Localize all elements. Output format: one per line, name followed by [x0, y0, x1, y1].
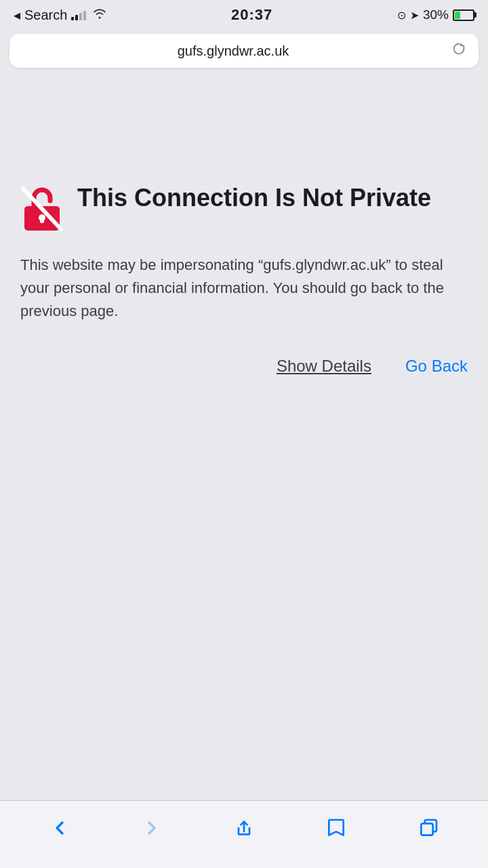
status-back-label: Search: [24, 7, 67, 23]
compass-icon: ⊙: [397, 9, 406, 22]
signal-icon: [71, 9, 86, 20]
wifi-icon: [93, 8, 106, 22]
url-bar-container: gufs.glyndwr.ac.uk: [0, 30, 488, 75]
error-header: This Connection Is Not Private: [20, 183, 468, 229]
back-arrow-icon: ◂: [14, 7, 20, 23]
back-button[interactable]: [39, 808, 80, 848]
broken-lock-icon: [20, 186, 64, 229]
forward-button[interactable]: [131, 808, 172, 848]
status-bar: ◂ Search 20:37 ⊙ ➤ 30%: [0, 0, 488, 30]
status-time: 20:37: [231, 6, 272, 24]
battery-fill: [455, 12, 460, 19]
tabs-button[interactable]: [408, 808, 449, 848]
error-body: This website may be impersonating “gufs.…: [20, 254, 468, 323]
svg-rect-5: [421, 823, 432, 835]
location-icon: ➤: [410, 9, 419, 22]
actions-row: Show Details Go Back: [20, 357, 468, 376]
battery-icon: [453, 9, 474, 21]
go-back-button[interactable]: Go Back: [405, 357, 468, 376]
show-details-button[interactable]: Show Details: [277, 357, 371, 376]
status-right: ⊙ ➤ 30%: [397, 7, 474, 22]
reload-button[interactable]: [451, 41, 466, 60]
bookmarks-button[interactable]: [316, 808, 357, 848]
url-text: gufs.glyndwr.ac.uk: [22, 43, 445, 59]
svg-rect-3: [40, 218, 44, 223]
share-button[interactable]: [224, 808, 264, 848]
battery-percent: 30%: [423, 7, 449, 22]
error-title: This Connection Is Not Private: [77, 183, 431, 212]
status-left: ◂ Search: [14, 7, 106, 23]
url-bar[interactable]: gufs.glyndwr.ac.uk: [9, 34, 479, 68]
bottom-toolbar: [0, 800, 488, 868]
main-content: This Connection Is Not Private This webs…: [0, 75, 488, 800]
